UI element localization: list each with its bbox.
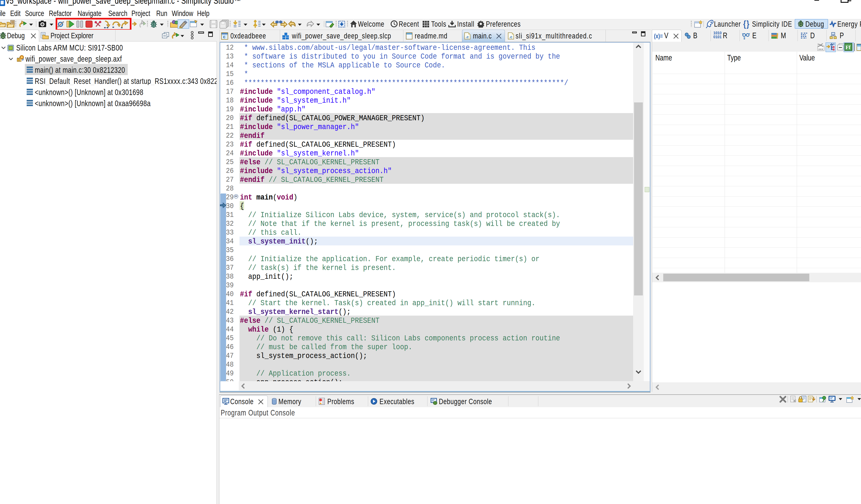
svg-text:Ff: Ff [846, 44, 850, 50]
